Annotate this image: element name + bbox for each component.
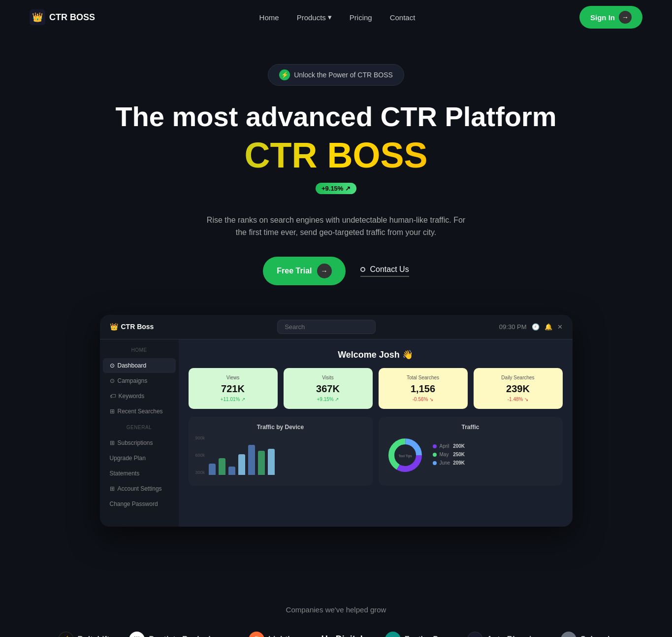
lightbox-label: Lightbox (268, 635, 302, 637)
lightbox-icon: 📦 (249, 632, 264, 637)
bar-7 (268, 449, 275, 475)
boltshift-label: Boltshift (78, 635, 110, 637)
nav-links: Home Products ▾ Pricing Contact (259, 13, 416, 22)
stat-change-daily-searches: -1.48% ↘ (480, 397, 556, 402)
stat-change-views: +11.01% ↗ (195, 397, 271, 402)
sidebar-general-label: General (100, 425, 179, 435)
svg-text:Tool Tips: Tool Tips (398, 454, 412, 458)
dash-logo-icon: 👑 (110, 323, 118, 331)
signin-label: Sign In (590, 13, 615, 22)
logo[interactable]: 👑 CTR BOSS (30, 9, 95, 25)
free-trial-button[interactable]: Free Trial → (263, 257, 345, 285)
sidebar-item-subscriptions[interactable]: ⊞ Subscriptions (103, 436, 176, 450)
company-autoblogging: ✏ Auto Blogging (467, 632, 541, 637)
stat-card-total-searches: Total Searches 1,156 -0.56% ↘ (379, 368, 468, 409)
stat-value-total-searches: 1,156 (385, 383, 461, 395)
account-settings-icon: ⊞ (110, 485, 115, 492)
contact-us-button[interactable]: Contact Us (360, 265, 409, 277)
autoblogging-label: Auto Blogging (487, 635, 541, 637)
hero-description: Rise the ranks on search engines with un… (203, 214, 469, 239)
stat-value-daily-searches: 239K (480, 383, 556, 395)
legend-april: April 200K (433, 443, 465, 449)
dentists-icon: 🛡 (129, 632, 145, 637)
bar-4 (238, 454, 245, 475)
bar-2 (219, 458, 225, 475)
sidebar-item-account-settings[interactable]: ⊞ Account Settings (103, 481, 176, 496)
subscriptions-icon: ⊞ (110, 439, 115, 446)
nav-pricing[interactable]: Pricing (350, 13, 372, 22)
sidebar-item-dashboard[interactable]: ⊙ Dashboard (103, 358, 176, 373)
badge-lightning-icon: ⚡ (279, 69, 290, 80)
donut-container: Tool Tips (385, 436, 425, 477)
dashboard-topbar-right: 09:30 PM 🕘 🔔 ✕ (499, 323, 563, 331)
company-lightbox: 📦 Lightbox (249, 632, 302, 637)
legend-may-dot (433, 453, 437, 457)
stat-card-views: Views 721K +11.01% ↗ (189, 368, 278, 409)
stat-label-daily-searches: Daily Searches (480, 375, 556, 380)
spherule-icon: ◎ (561, 632, 576, 637)
y-axis-labels: 900k 600k 300k (195, 436, 205, 475)
signin-arrow-icon: → (619, 11, 632, 24)
spherule-label: Spherule (580, 635, 614, 637)
dashboard-icon: ⊙ (110, 362, 115, 369)
legend-may: May 250K (433, 452, 465, 457)
logo-text: CTR BOSS (49, 12, 95, 23)
free-trial-arrow-icon: → (317, 264, 332, 278)
stat-label-total-searches: Total Searches (385, 375, 461, 380)
sidebar-item-recent-searches[interactable]: ⊞ Recent Searches (103, 404, 176, 419)
traffic-by-device-chart: Traffic by Device 900k 600k 300k (189, 417, 373, 486)
hero-badge: ⚡ Unlock the Power of CTR BOSS (268, 64, 404, 86)
hero-buttons: Free Trial → Contact Us (10, 257, 662, 285)
donut-legend: April 200K May 250K Ju (433, 443, 465, 469)
boltshift-icon: ⚡ (58, 632, 74, 637)
dashboard-preview: 👑 CTR Boss 09:30 PM 🕘 🔔 ✕ Home ⊙ Dashboa… (100, 315, 573, 527)
legend-april-dot (433, 444, 437, 448)
keywords-icon: 🏷 (110, 393, 116, 400)
bar-5 (248, 445, 255, 475)
chevron-down-icon: ▾ (328, 13, 332, 22)
sidebar-item-keywords[interactable]: 🏷 Keywords (103, 389, 176, 403)
nav-products[interactable]: Products ▾ (297, 13, 332, 22)
dashboard-welcome: Welcome Josh 👋 (189, 349, 563, 360)
campaigns-icon: ⊙ (110, 377, 115, 384)
logo-icon: 👑 (30, 9, 45, 25)
featherdev-label: FeatherDev (405, 635, 448, 637)
bar-3 (228, 467, 235, 475)
stat-label-visits: Visits (290, 375, 366, 380)
companies-logos: ⚡ Boltshift 🛡 Dentists Ranked.com 📦 Ligh… (10, 632, 662, 637)
dashboard-main: Welcome Josh 👋 Views 721K +11.01% ↗ Visi… (179, 339, 573, 527)
sidebar-item-campaigns[interactable]: ⊙ Campaigns (103, 373, 176, 388)
company-boltshift: ⚡ Boltshift (58, 632, 110, 637)
donut-svg: Tool Tips (385, 436, 425, 475)
sidebar-item-upgrade-plan[interactable]: Upgrade Plan (103, 451, 176, 466)
navbar: 👑 CTR BOSS Home Products ▾ Pricing Conta… (0, 0, 672, 34)
dash-logo-text: CTR Boss (121, 323, 154, 331)
traffic-device-title: Traffic by Device (195, 424, 366, 431)
dashboard-body: Home ⊙ Dashboard ⊙ Campaigns 🏷 Keywords … (100, 339, 573, 527)
legend-june: June 209K (433, 460, 465, 466)
hero-brand-name: CTR BOSS (10, 136, 662, 175)
menu-icon: ✕ (557, 323, 563, 331)
hero-title-line1: The most advanced CTR Platform (10, 101, 662, 132)
signin-button[interactable]: Sign In → (579, 6, 642, 29)
bar-1 (209, 464, 216, 475)
dashboard-sidebar: Home ⊙ Dashboard ⊙ Campaigns 🏷 Keywords … (100, 339, 179, 527)
sidebar-home-label: Home (100, 347, 179, 358)
bar-chart (209, 436, 275, 475)
dashboard-stats: Views 721K +11.01% ↗ Visits 367K +9.15% … (189, 368, 563, 409)
sidebar-item-statements[interactable]: Statements (103, 466, 176, 481)
nav-contact[interactable]: Contact (390, 13, 416, 22)
stat-label-views: Views (195, 375, 271, 380)
contact-dot-icon (360, 267, 365, 272)
dashboard-search-input[interactable] (277, 320, 376, 334)
nav-home[interactable]: Home (259, 13, 279, 22)
traffic-chart-title: Traffic (385, 424, 556, 431)
company-dentists: 🛡 Dentists Ranked.com (129, 632, 229, 637)
legend-june-dot (433, 461, 437, 465)
stat-card-daily-searches: Daily Searches 239K -1.48% ↘ (474, 368, 563, 409)
companies-title: Companies we've helped grow (10, 605, 662, 614)
bar-6 (258, 451, 265, 475)
dashboard-time: 09:30 PM (499, 323, 527, 331)
companies-section: Companies we've helped grow ⚡ Boltshift … (0, 586, 672, 637)
sidebar-item-change-password[interactable]: Change Password (103, 497, 176, 511)
